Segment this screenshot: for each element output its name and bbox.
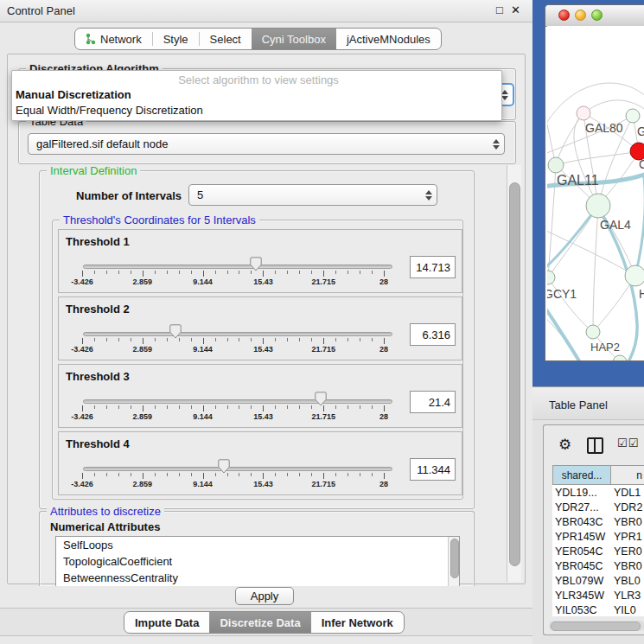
gear-icon[interactable]: ⚙: [558, 436, 571, 454]
threshold-value-field[interactable]: 21.4: [410, 391, 456, 413]
node-label-gal4: GAL4: [600, 218, 631, 232]
cell-shared-name: YBL079W: [552, 573, 611, 588]
popup-item-manual-discretization[interactable]: Manual Discretization: [12, 88, 501, 101]
columns-icon[interactable]: [587, 437, 603, 454]
table-row[interactable]: YBR045C YBR0: [552, 558, 644, 573]
cell-shared-name: YDR27...: [552, 500, 611, 514]
tab-impute-data[interactable]: Impute Data: [124, 612, 209, 633]
attributes-list-scrollbar-thumb[interactable]: [450, 539, 459, 578]
tab-network-label: Network: [100, 33, 142, 46]
popup-item-equal-width-frequency[interactable]: Equal Width/Frequency Discretization: [12, 104, 501, 117]
threshold-slider-thumb[interactable]: [218, 459, 230, 474]
tab-jactivemnodules-label: jActiveMNodules: [347, 33, 430, 46]
threshold-slider-track[interactable]: [83, 332, 392, 336]
number-of-intervals-combobox[interactable]: 5: [188, 184, 437, 206]
close-window-icon[interactable]: ✕: [511, 3, 520, 16]
tab-discretize-data-label: Discretize Data: [220, 616, 300, 629]
network-canvas[interactable]: GAL80 GA C GAL11 GAL4 GCY1 H HAP2: [547, 26, 644, 361]
interval-definition-group: Interval Definition Number of Intervals …: [39, 170, 475, 509]
attribute-list-item[interactable]: SelfLoops: [56, 537, 459, 553]
table-rows-area[interactable]: YDL19... YDL1 YDR27... YDR2 YBR043C YBR0…: [552, 485, 644, 616]
cell-name: YER0: [611, 544, 644, 558]
cell-shared-name: YPR145W: [552, 529, 611, 544]
cell-shared-name: YBR043C: [552, 514, 611, 529]
table-row[interactable]: YIL053C YIL0: [552, 603, 644, 616]
tab-jactivemnodules[interactable]: jActiveMNodules: [336, 29, 441, 49]
tab-infer-network[interactable]: Infer Network: [311, 612, 404, 633]
table-hscrollbar[interactable]: [549, 621, 644, 631]
node-label-hap2: HAP2: [590, 341, 620, 354]
table-panel-titlebar: Table Panel: [532, 386, 644, 420]
tab-select-label: Select: [210, 33, 241, 46]
table-row[interactable]: YLR345W YLR3: [552, 588, 644, 603]
numerical-attributes-label: Numerical Attributes: [50, 520, 160, 533]
threshold-value-field[interactable]: 6.316: [410, 323, 456, 346]
table-data-group: Table Data galFiltered.sif default node: [18, 121, 516, 164]
top-tab-strip: Network Style Select Cyni Toolbox jActiv…: [74, 28, 442, 50]
algorithm-dropdown-popup: Select algorithm to view settings Manual…: [11, 70, 502, 121]
cyni-panel-body: Discretization Algorithm Table Data galF…: [7, 54, 526, 584]
panel-scrollbar-thumb[interactable]: [509, 182, 520, 566]
attributes-list-scrollbar[interactable]: [448, 537, 459, 586]
tab-select[interactable]: Select: [200, 29, 252, 49]
node-label-clipped-c: C: [639, 157, 644, 171]
attribute-list-item[interactable]: BetweennessCentrality: [56, 570, 459, 586]
control-panel-title: Control Panel: [7, 4, 75, 17]
threshold-slider-track[interactable]: [83, 399, 392, 404]
table-row[interactable]: YBL079W YBL0: [552, 573, 644, 588]
combo-stepper-icon: [425, 190, 432, 201]
threshold-slider-track[interactable]: [83, 467, 392, 471]
number-of-intervals-label: Number of Intervals: [76, 189, 182, 202]
panel-scrollbar[interactable]: [507, 165, 521, 582]
column-header-shared-name[interactable]: shared...: [552, 465, 611, 485]
threshold-value-field[interactable]: 14.713: [410, 256, 456, 278]
select-columns-icon[interactable]: ☑☑: [617, 437, 639, 450]
threshold-value-field[interactable]: 11.344: [410, 458, 456, 481]
attributes-list-items: SelfLoopsTopologicalCoefficientBetweenne…: [56, 537, 459, 586]
popup-placeholder-item[interactable]: Select algorithm to view settings: [12, 73, 501, 86]
cell-shared-name: YER054C: [552, 544, 611, 558]
minimize-traffic-light-icon[interactable]: [575, 10, 586, 21]
node-label-clipped-ga: GA: [637, 124, 644, 138]
threshold-panel: Threshold 2 -3.4262.8599.14415.4321.7152…: [58, 296, 462, 360]
network-edges: [547, 26, 644, 361]
table-row[interactable]: YDL19... YDL1: [552, 485, 644, 500]
threshold-slider-track[interactable]: [83, 265, 392, 269]
tab-discretize-data[interactable]: Discretize Data: [209, 612, 310, 633]
network-window-titlebar: [545, 5, 644, 27]
table-data-combobox-value: galFiltered.sif default node: [36, 137, 168, 150]
table-row[interactable]: YBR043C YBR0: [552, 514, 644, 529]
threshold-panel: Threshold 4 -3.4262.8599.14415.4321.7152…: [58, 431, 462, 495]
zoom-traffic-light-icon[interactable]: [591, 10, 603, 21]
cell-name: YIL0: [611, 603, 644, 616]
tab-style[interactable]: Style: [153, 29, 199, 49]
threshold-label: Threshold 1: [66, 235, 130, 248]
tab-cyni-toolbox[interactable]: Cyni Toolbox: [252, 29, 336, 49]
tab-network[interactable]: Network: [75, 29, 152, 49]
table-row[interactable]: YPR145W YPR1: [552, 529, 644, 544]
close-traffic-light-icon[interactable]: [558, 10, 570, 21]
cell-name: YBR0: [611, 514, 644, 529]
table-data-combobox[interactable]: galFiltered.sif default node: [28, 133, 505, 155]
apply-button[interactable]: Apply: [235, 587, 294, 605]
table-hscrollbar-thumb[interactable]: [551, 622, 641, 631]
control-panel: Control Panel □ ✕ Network Style Select C…: [0, 0, 532, 644]
float-window-icon[interactable]: □: [496, 3, 503, 16]
threshold-slider-thumb[interactable]: [250, 257, 262, 271]
column-header-name[interactable]: n: [611, 465, 644, 485]
cell-shared-name: YBR045C: [552, 558, 611, 573]
bottom-tab-strip: Impute Data Discretize Data Infer Networ…: [124, 611, 405, 634]
table-row[interactable]: YDR27... YDR2: [552, 500, 644, 514]
tab-impute-data-label: Impute Data: [135, 616, 199, 629]
network-tab-icon: [86, 33, 96, 45]
threshold-label: Threshold 2: [66, 303, 130, 316]
table-panel-body: ⚙ ☑☑ shared... n YDL19... YDL1 YDR27... …: [543, 424, 644, 635]
threshold-slider-thumb[interactable]: [315, 392, 327, 406]
table-row[interactable]: YER054C YER0: [552, 544, 644, 558]
cell-name: YLR3: [611, 588, 644, 603]
numerical-attributes-list[interactable]: SelfLoopsTopologicalCoefficientBetweenne…: [55, 536, 460, 586]
tab-cyni-toolbox-label: Cyni Toolbox: [262, 33, 326, 46]
attribute-list-item[interactable]: TopologicalCoefficient: [56, 553, 459, 570]
screenshot-root: Control Panel □ ✕ Network Style Select C…: [0, 0, 644, 644]
threshold-slider-thumb[interactable]: [169, 324, 182, 339]
